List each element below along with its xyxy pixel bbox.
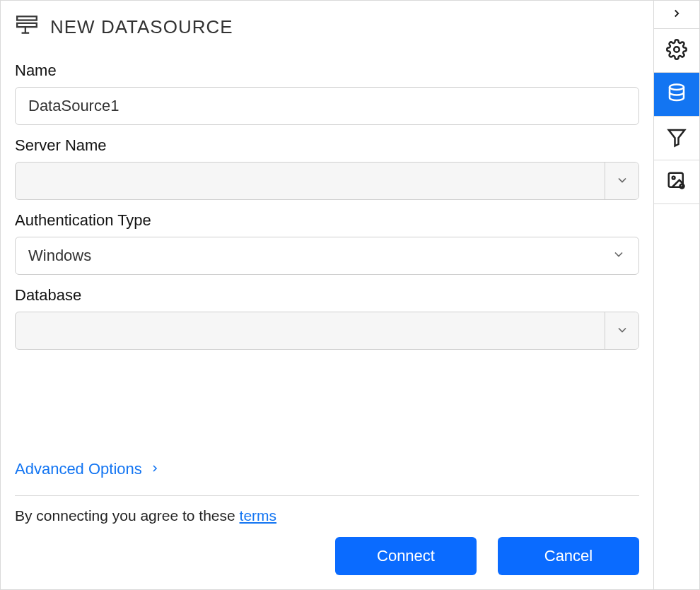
- divider: [15, 495, 639, 496]
- server-combo: [15, 162, 639, 200]
- svg-point-8: [672, 176, 675, 179]
- sidebar-item-settings[interactable]: [654, 29, 699, 73]
- panel-header: NEW DATASOURCE: [15, 8, 639, 50]
- server-input[interactable]: [16, 163, 605, 199]
- connect-button[interactable]: Connect: [335, 537, 477, 575]
- field-server: Server Name: [15, 136, 639, 200]
- advanced-options-label: Advanced Options: [15, 460, 142, 478]
- database-combo: [15, 312, 639, 350]
- sidebar-collapse-button[interactable]: [654, 1, 699, 29]
- server-dropdown-button[interactable]: [605, 163, 638, 199]
- sidebar-item-image[interactable]: [654, 160, 699, 204]
- auth-label: Authentication Type: [15, 211, 639, 230]
- name-label: Name: [15, 61, 639, 80]
- filter-icon: [666, 126, 687, 151]
- terms-link[interactable]: terms: [240, 507, 277, 524]
- database-input[interactable]: [16, 312, 605, 349]
- auth-select[interactable]: Windows: [15, 237, 639, 275]
- chevron-down-icon: [612, 247, 626, 264]
- database-dropdown-button[interactable]: [605, 312, 638, 349]
- chevron-right-icon: [149, 460, 161, 478]
- name-input[interactable]: [15, 87, 639, 125]
- image-settings-icon: [666, 170, 687, 194]
- svg-point-4: [674, 47, 679, 52]
- datasource-icon: [15, 13, 39, 40]
- gear-icon: [666, 39, 687, 63]
- advanced-options-toggle[interactable]: Advanced Options: [15, 460, 639, 478]
- sidebar-item-datasource[interactable]: [654, 73, 699, 117]
- auth-value: Windows: [28, 247, 612, 265]
- spacer: [15, 350, 639, 432]
- right-sidebar: [653, 1, 699, 589]
- panel-title: NEW DATASOURCE: [50, 16, 233, 38]
- chevron-down-icon: [615, 173, 629, 189]
- chevron-down-icon: [615, 323, 629, 339]
- consent-prefix: By connecting you agree to these: [15, 507, 240, 524]
- field-auth: Authentication Type Windows: [15, 211, 639, 275]
- svg-marker-6: [669, 130, 685, 146]
- field-name: Name: [15, 61, 639, 125]
- svg-rect-0: [17, 16, 37, 20]
- action-row: Connect Cancel: [15, 537, 639, 575]
- field-database: Database: [15, 286, 639, 350]
- consent-text: By connecting you agree to these terms: [15, 507, 639, 524]
- database-icon: [666, 83, 687, 107]
- database-label: Database: [15, 286, 639, 305]
- svg-point-5: [670, 84, 684, 90]
- datasource-form: NEW DATASOURCE Name Server Name Authenti…: [1, 1, 653, 589]
- sidebar-item-filter[interactable]: [654, 117, 699, 160]
- cancel-button[interactable]: Cancel: [498, 537, 639, 575]
- server-label: Server Name: [15, 136, 639, 155]
- chevron-right-icon: [670, 7, 683, 23]
- svg-rect-1: [17, 23, 37, 27]
